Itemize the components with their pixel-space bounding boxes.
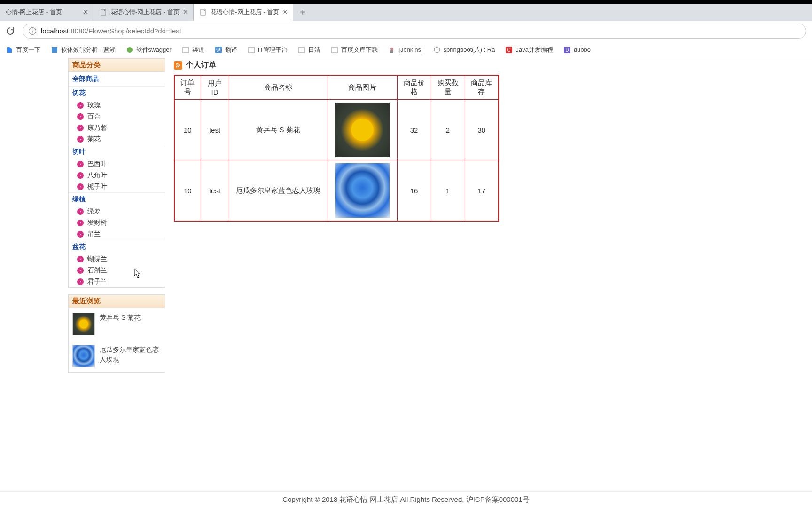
category-item[interactable]: ›康乃馨: [69, 122, 165, 134]
bookmark-icon: [51, 46, 58, 54]
recent-thumb: [72, 313, 95, 335]
cell-qty: 2: [431, 100, 465, 160]
bookmark-item[interactable]: Ddubbo: [563, 46, 591, 54]
th-stock: 商品库存: [465, 75, 499, 100]
bullet-icon: ›: [77, 183, 84, 190]
bookmark-icon: [182, 46, 189, 54]
address-bar: i localhost:8080/FlowerShop/selectdd?dd=…: [0, 21, 812, 41]
category-group[interactable]: 盆花: [69, 240, 165, 254]
bookmark-item[interactable]: CJava并发编程: [505, 46, 553, 54]
cell-img: [328, 160, 397, 222]
bullet-icon: ›: [77, 220, 84, 226]
svg-point-10: [390, 48, 393, 50]
bullet-icon: ›: [77, 102, 84, 109]
browser-tab[interactable]: 心情-网上花店 - 首页 ×: [0, 4, 94, 21]
recent-item[interactable]: 黄乒乓 S 菊花: [69, 308, 165, 340]
recent-box: 最近浏览 黄乒乓 S 菊花厄瓜多尔皇家蓝色恋人玫瑰: [68, 294, 165, 373]
bullet-icon: ›: [77, 125, 84, 131]
th-name: 商品名称: [229, 75, 328, 100]
category-item[interactable]: ›石斛兰: [69, 265, 165, 276]
bookmark-item[interactable]: 日清: [298, 46, 320, 54]
bullet-icon: ›: [77, 172, 84, 179]
bullet-icon: ›: [77, 267, 84, 274]
category-group[interactable]: 切叶: [69, 145, 165, 159]
cell-stock: 30: [465, 100, 499, 160]
bookmark-item[interactable]: springboot(八) : Ra: [433, 46, 495, 54]
th-qty: 购买数量: [431, 75, 465, 100]
browser-tab[interactable]: 花语心情-网上花店 - 首页 ×: [94, 4, 194, 21]
url-port: :8080: [69, 27, 86, 35]
tab-bar: 心情-网上花店 - 首页 × 花语心情-网上花店 - 首页 × 花语心情-网上花…: [0, 4, 812, 21]
category-all[interactable]: 全部商品: [69, 72, 165, 86]
th-userid: 用户ID: [201, 75, 229, 100]
close-icon[interactable]: ×: [84, 8, 88, 16]
bullet-icon: ›: [77, 278, 84, 285]
info-icon[interactable]: i: [29, 27, 36, 35]
bookmark-icon: [388, 46, 396, 54]
category-item[interactable]: ›吊兰: [69, 229, 165, 240]
bookmark-item[interactable]: 软件swagger: [126, 46, 172, 54]
cell-userid: test: [201, 100, 229, 160]
table-row: 10test厄瓜多尔皇家蓝色恋人玫瑰16117: [174, 160, 499, 222]
bookmark-item[interactable]: 译翻译: [215, 46, 237, 54]
category-item[interactable]: ›蝴蝶兰: [69, 254, 165, 265]
category-item[interactable]: ›玫瑰: [69, 100, 165, 111]
bookmark-icon: [331, 46, 338, 54]
bullet-icon: ›: [77, 136, 84, 143]
category-item[interactable]: ›君子兰: [69, 276, 165, 287]
category-item[interactable]: ›绿萝: [69, 206, 165, 217]
close-icon[interactable]: ×: [183, 8, 187, 16]
product-image: [335, 103, 390, 157]
tab-title: 花语心情-网上花店 - 首页: [211, 8, 279, 16]
svg-rect-4: [183, 47, 188, 53]
cell-price: 32: [397, 100, 431, 160]
url-input[interactable]: i localhost:8080/FlowerShop/selectdd?dd=…: [23, 24, 806, 39]
reload-icon[interactable]: [6, 26, 15, 36]
bookmark-item[interactable]: 渠道: [182, 46, 204, 54]
th-price: 商品价格: [397, 75, 431, 100]
svg-rect-8: [299, 47, 304, 53]
cell-stock: 17: [465, 160, 499, 222]
bookmark-icon: D: [563, 46, 571, 54]
svg-point-3: [127, 47, 133, 53]
bullet-icon: ›: [77, 113, 84, 120]
recent-name: 厄瓜多尔皇家蓝色恋人玫瑰: [100, 345, 161, 365]
svg-text:D: D: [565, 48, 569, 53]
url-host: localhost: [41, 27, 69, 35]
table-row: 10test黄乒乓 S 菊花32230: [174, 100, 499, 160]
tab-title: 心情-网上花店 - 首页: [6, 8, 80, 16]
category-group[interactable]: 切花: [69, 86, 165, 100]
bookmark-icon: [298, 46, 305, 54]
bookmark-item[interactable]: 软体效能分析 - 蓝湖: [51, 46, 116, 54]
category-item[interactable]: ›菊花: [69, 134, 165, 145]
category-group[interactable]: 绿植: [69, 192, 165, 206]
table-header-row: 订单号 用户ID 商品名称 商品图片 商品价格 购买数量 商品库存: [174, 75, 499, 100]
category-item[interactable]: ›八角叶: [69, 170, 165, 181]
bookmark-item[interactable]: 百度文库下载: [331, 46, 378, 54]
recent-item[interactable]: 厄瓜多尔皇家蓝色恋人玫瑰: [69, 340, 165, 372]
svg-rect-2: [52, 47, 57, 53]
url-path: /FlowerShop/selectdd?dd=test: [86, 27, 181, 35]
bookmark-item[interactable]: 百度一下: [6, 46, 40, 54]
close-icon[interactable]: ×: [283, 8, 287, 16]
svg-text:C: C: [508, 48, 511, 53]
category-item[interactable]: ›发财树: [69, 217, 165, 229]
category-item[interactable]: ›栀子叶: [69, 181, 165, 192]
bookmark-item[interactable]: [Jenkins]: [388, 46, 422, 54]
svg-rect-9: [332, 47, 337, 53]
orders-table: 订单号 用户ID 商品名称 商品图片 商品价格 购买数量 商品库存 10test…: [174, 75, 499, 222]
bullet-icon: ›: [77, 161, 84, 167]
category-item[interactable]: ›百合: [69, 111, 165, 122]
category-item[interactable]: ›巴西叶: [69, 159, 165, 170]
svg-point-17: [176, 66, 178, 67]
svg-rect-7: [249, 47, 254, 53]
bullet-icon: ›: [77, 256, 84, 262]
page-icon: [100, 8, 107, 16]
new-tab-button[interactable]: +: [293, 7, 312, 18]
browser-tab-active[interactable]: 花语心情-网上花店 - 首页 ×: [194, 4, 293, 21]
bookmark-item[interactable]: IT管理平台: [248, 46, 288, 54]
bookmark-icon: [126, 46, 133, 54]
cell-name: 厄瓜多尔皇家蓝色恋人玫瑰: [229, 160, 328, 222]
cell-qty: 1: [431, 160, 465, 222]
bullet-icon: ›: [77, 208, 84, 215]
